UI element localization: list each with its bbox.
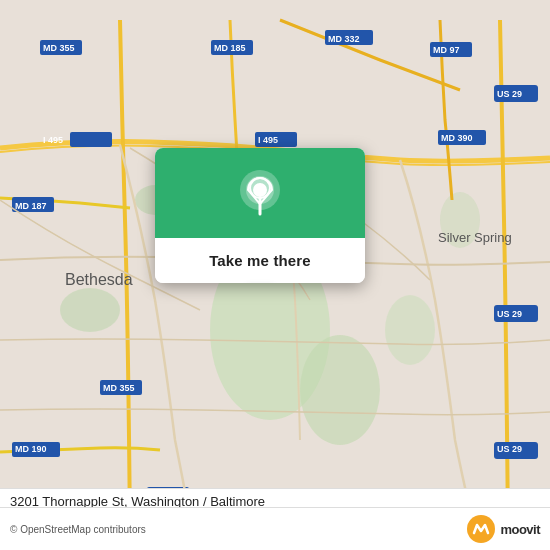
callout-header — [155, 148, 365, 238]
svg-text:MD 185: MD 185 — [214, 43, 246, 53]
svg-text:MD 355: MD 355 — [103, 383, 135, 393]
bottom-bar: © OpenStreetMap contributors moovit — [0, 507, 550, 550]
svg-text:MD 355: MD 355 — [43, 43, 75, 53]
svg-text:MD 390: MD 390 — [441, 133, 473, 143]
svg-text:MD 332: MD 332 — [328, 34, 360, 44]
svg-text:US 29: US 29 — [497, 309, 522, 319]
svg-point-6 — [385, 295, 435, 365]
svg-point-5 — [300, 335, 380, 445]
moovit-logo — [467, 515, 495, 543]
svg-text:MD 187: MD 187 — [15, 201, 47, 211]
location-pin-icon — [238, 170, 282, 220]
svg-text:US 29: US 29 — [497, 444, 522, 454]
svg-text:Silver Spring: Silver Spring — [438, 230, 512, 245]
svg-text:MD 97: MD 97 — [433, 45, 460, 55]
map-container: I 495 I 495 MD 355 MD 185 MD 332 MD 97 M… — [0, 0, 550, 550]
svg-text:Bethesda: Bethesda — [65, 271, 133, 288]
svg-text:MD 190: MD 190 — [15, 444, 47, 454]
callout-popup: Take me there — [155, 148, 365, 283]
branding-text: moovit — [500, 522, 540, 537]
map-attribution: © OpenStreetMap contributors — [10, 524, 146, 535]
branding: moovit — [467, 515, 540, 543]
svg-point-3 — [60, 288, 120, 332]
take-me-there-button[interactable]: Take me there — [155, 238, 365, 283]
svg-text:I 495: I 495 — [43, 135, 63, 145]
svg-rect-8 — [70, 132, 112, 147]
svg-text:I 495: I 495 — [258, 135, 278, 145]
svg-point-44 — [256, 184, 264, 192]
svg-text:US 29: US 29 — [497, 89, 522, 99]
